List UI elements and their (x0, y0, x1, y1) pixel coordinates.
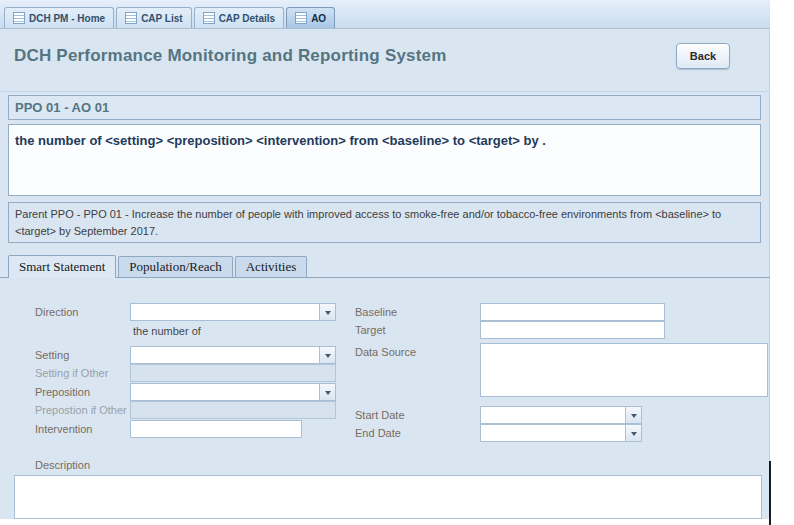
record-title-box: PPO 01 - AO 01 (8, 95, 761, 120)
form-header: DCH Performance Monitoring and Reporting… (0, 29, 770, 91)
dropdown-arrow-icon[interactable] (319, 304, 335, 320)
form-icon (203, 12, 215, 24)
dropdown-arrow-icon[interactable] (319, 384, 335, 400)
tab-population-reach[interactable]: Population/Reach (118, 256, 232, 277)
baseline-input[interactable] (480, 303, 665, 321)
description-label: Description (35, 459, 90, 471)
tab-smart-statement[interactable]: Smart Statement (8, 255, 116, 278)
setting-value (131, 347, 319, 363)
access-window: DCH PM - Home CAP List CAP Details AO DC… (0, 0, 794, 525)
doc-tab-label: AO (311, 13, 326, 24)
baseline-label: Baseline (355, 306, 397, 318)
header-divider (0, 91, 770, 92)
smart-statement-text: the number of <setting> <preposition> <i… (15, 133, 546, 148)
form-icon (13, 12, 25, 24)
setting-if-other-input (130, 364, 336, 382)
preposition-combobox[interactable] (130, 383, 336, 401)
doc-tab-label: CAP List (141, 13, 183, 24)
form-icon (295, 12, 307, 24)
target-label: Target (355, 324, 386, 336)
setting-combobox[interactable] (130, 346, 336, 364)
parent-statement-box: Parent PPO - PPO 01 - Increase the numbe… (8, 202, 761, 243)
start-date-combobox[interactable] (480, 406, 642, 424)
direction-combobox[interactable] (130, 303, 336, 321)
preposition-if-other-label: Prepostion if Other (35, 404, 127, 416)
preposition-value (131, 384, 319, 400)
record-title: PPO 01 - AO 01 (15, 100, 109, 115)
back-button[interactable]: Back (676, 43, 730, 69)
target-input[interactable] (480, 321, 665, 339)
dropdown-arrow-icon[interactable] (625, 407, 641, 423)
dropdown-arrow-icon[interactable] (319, 347, 335, 363)
description-input[interactable] (14, 475, 762, 519)
tab-strip: Smart Statement Population/Reach Activit… (8, 255, 309, 278)
window-edge-line (769, 461, 771, 525)
start-date-value (481, 407, 625, 423)
page-title: DCH Performance Monitoring and Reporting… (14, 46, 447, 66)
preposition-label: Preposition (35, 386, 90, 398)
dropdown-arrow-icon[interactable] (625, 425, 641, 441)
end-date-label: End Date (355, 427, 401, 439)
end-date-value (481, 425, 625, 441)
setting-if-other-label: Setting if Other (35, 367, 108, 379)
doc-tab-dch-pm-home[interactable]: DCH PM - Home (4, 7, 114, 28)
end-date-combobox[interactable] (480, 424, 642, 442)
direction-label: Direction (35, 306, 78, 318)
doc-tab-label: CAP Details (219, 13, 276, 24)
parent-statement-text: Parent PPO - PPO 01 - Increase the numbe… (15, 208, 721, 237)
data-source-label: Data Source (355, 346, 416, 358)
doc-tab-cap-details[interactable]: CAP Details (194, 7, 285, 28)
tab-activities[interactable]: Activities (235, 256, 308, 277)
data-source-input[interactable] (480, 343, 768, 397)
smart-statement-box: the number of <setting> <preposition> <i… (8, 124, 761, 196)
intervention-label: Intervention (35, 423, 92, 435)
doc-tab-label: DCH PM - Home (29, 13, 105, 24)
document-tab-bar: DCH PM - Home CAP List CAP Details AO (0, 0, 770, 29)
preposition-if-other-input (130, 401, 336, 419)
form-icon (125, 12, 137, 24)
intervention-input[interactable] (130, 420, 302, 438)
direction-value (131, 304, 319, 320)
start-date-label: Start Date (355, 409, 405, 421)
doc-tab-ao[interactable]: AO (286, 7, 335, 28)
direction-caption: the number of (133, 325, 201, 337)
doc-tab-cap-list[interactable]: CAP List (116, 7, 192, 28)
setting-label: Setting (35, 349, 69, 361)
